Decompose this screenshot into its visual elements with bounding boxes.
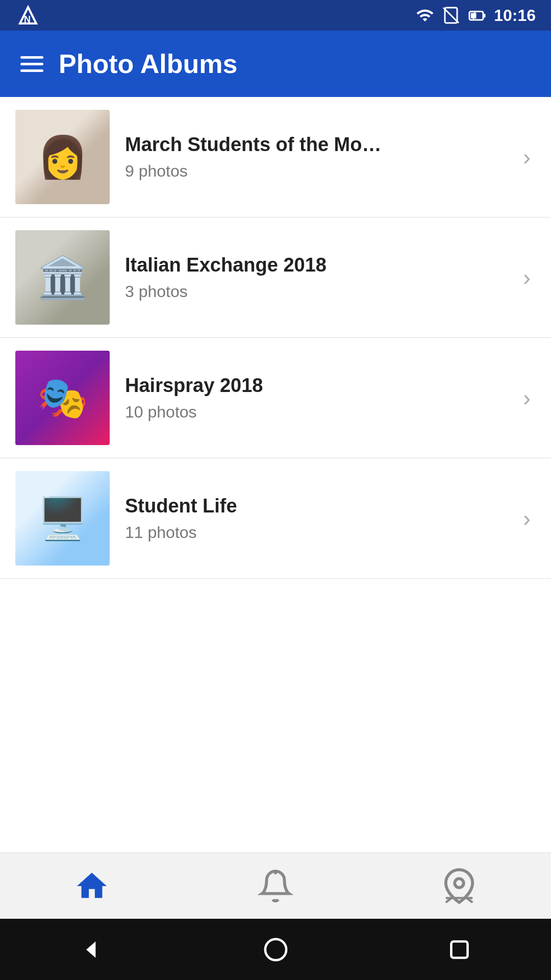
status-bar: N 10:16: [0, 0, 551, 31]
hamburger-line-1: [20, 56, 43, 59]
app-header: Photo Albums: [0, 31, 551, 97]
nav-home[interactable]: [0, 868, 184, 904]
chevron-icon-3: ›: [523, 385, 536, 411]
album-title-4: Student Life: [125, 495, 508, 517]
album-item-3[interactable]: Hairspray 2018 10 photos ›: [0, 338, 551, 458]
album-title-1: March Students of the Mo…: [125, 134, 508, 156]
chevron-icon-2: ›: [523, 265, 536, 290]
hamburger-line-3: [20, 69, 43, 72]
album-info-2: Italian Exchange 2018 3 photos: [110, 254, 523, 301]
hamburger-line-2: [20, 63, 43, 65]
album-item-4[interactable]: Student Life 11 photos ›: [0, 458, 551, 579]
album-info-4: Student Life 11 photos: [110, 495, 523, 542]
page-title: Photo Albums: [59, 48, 238, 79]
album-thumbnail-4: [15, 471, 110, 566]
album-count-2: 3 photos: [125, 282, 508, 301]
android-back-button[interactable]: [78, 936, 106, 964]
android-home-button[interactable]: [262, 936, 290, 964]
album-item-1[interactable]: March Students of the Mo… 9 photos ›: [0, 97, 551, 217]
chevron-icon-1: ›: [523, 144, 536, 170]
svg-text:N: N: [24, 14, 31, 24]
android-recents-button[interactable]: [445, 936, 473, 964]
bell-icon: [258, 868, 293, 904]
svg-rect-5: [483, 14, 486, 18]
svg-marker-12: [86, 941, 95, 958]
album-title-2: Italian Exchange 2018: [125, 254, 508, 276]
map-pin-icon: [441, 868, 477, 904]
album-thumbnail-1: [15, 110, 110, 204]
status-time: 10:16: [494, 6, 536, 25]
album-info-1: March Students of the Mo… 9 photos: [110, 134, 523, 181]
nav-notifications[interactable]: [184, 868, 367, 904]
menu-button[interactable]: [20, 56, 43, 72]
app-logo: N: [15, 3, 41, 28]
battery-icon: [468, 6, 486, 24]
wifi-icon: [416, 6, 434, 24]
album-count-3: 10 photos: [125, 403, 508, 422]
sim-icon: [442, 6, 460, 24]
album-count-1: 9 photos: [125, 162, 508, 181]
album-thumbnail-2: [15, 230, 110, 325]
status-icons: 10:16: [416, 6, 536, 25]
album-title-3: Hairspray 2018: [125, 375, 508, 397]
status-logo-area: N: [15, 3, 41, 28]
album-info-3: Hairspray 2018 10 photos: [110, 375, 523, 422]
album-item-2[interactable]: Italian Exchange 2018 3 photos ›: [0, 217, 551, 338]
home-icon: [74, 868, 110, 904]
svg-point-11: [455, 878, 464, 888]
android-nav-bar: [0, 919, 551, 980]
svg-point-13: [265, 939, 286, 960]
chevron-icon-4: ›: [523, 506, 536, 531]
album-list: March Students of the Mo… 9 photos › Ita…: [0, 97, 551, 852]
svg-rect-14: [451, 941, 467, 958]
album-thumbnail-3: [15, 351, 110, 445]
bottom-nav: [0, 852, 551, 919]
nav-map[interactable]: [367, 868, 551, 904]
album-count-4: 11 photos: [125, 523, 508, 542]
